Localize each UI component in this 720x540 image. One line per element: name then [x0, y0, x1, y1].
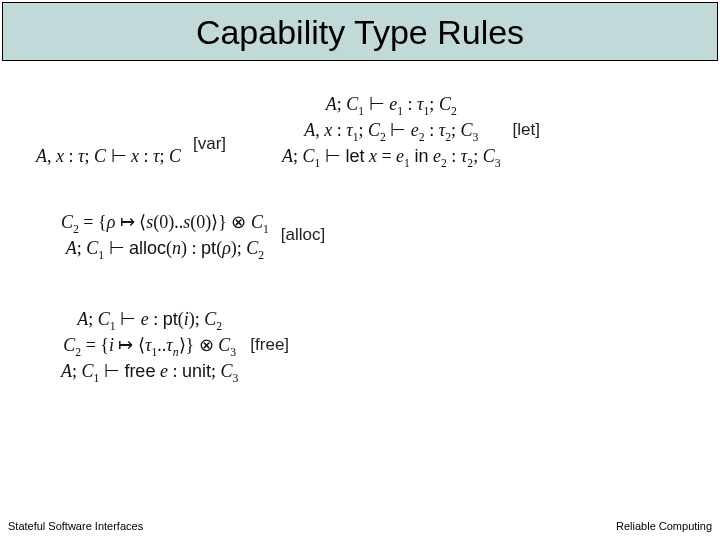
rule-free-label: [free]: [250, 335, 289, 355]
rule-let-conclusion: A; C1 ⊢ let x = e1 in e2 : τ2; C3: [276, 143, 506, 169]
rule-var-label: [var]: [193, 134, 226, 154]
rule-let-label: [let]: [513, 120, 540, 140]
rule-let: A; C1 ⊢ e1 : τ1; C2 A, x : τ1; C2 ⊢ e2 :…: [276, 91, 540, 169]
rule-free-conclusion: A; C1 ⊢ free e : unit; C3: [55, 358, 244, 384]
rule-var-conclusion: A, x : τ; C ⊢ x : τ; C: [30, 143, 187, 169]
rules-row-1: A, x : τ; C ⊢ x : τ; C [var] A; C1 ⊢ e1 …: [30, 91, 690, 169]
rule-let-premise2: A, x : τ1; C2 ⊢ e2 : τ2; C3: [276, 117, 506, 143]
rule-free-premise1: A; C1 ⊢ e : pt(i); C2: [55, 306, 244, 332]
rule-alloc: C2 = {ρ ↦ ⟨s(0)..s(0)⟩} ⊗ C1 A; C1 ⊢ all…: [55, 209, 325, 261]
slide-content: A, x : τ; C ⊢ x : τ; C [var] A; C1 ⊢ e1 …: [0, 61, 720, 384]
page-title: Capability Type Rules: [3, 13, 717, 52]
rule-alloc-conclusion: A; C1 ⊢ alloc(n) : pt(ρ); C2: [55, 235, 275, 261]
rule-var-premise: [30, 118, 187, 143]
footer-left: Stateful Software Interfaces: [8, 520, 143, 532]
rule-free: A; C1 ⊢ e : pt(i); C2 C2 = {i ↦ ⟨τ1..τn⟩…: [55, 306, 289, 384]
footer-right: Reliable Computing: [616, 520, 712, 532]
rule-var: A, x : τ; C ⊢ x : τ; C [var]: [30, 118, 226, 169]
rule-alloc-premise: C2 = {ρ ↦ ⟨s(0)..s(0)⟩} ⊗ C1: [55, 209, 275, 235]
rules-row-3: A; C1 ⊢ e : pt(i); C2 C2 = {i ↦ ⟨τ1..τn⟩…: [30, 306, 690, 384]
rules-row-2: C2 = {ρ ↦ ⟨s(0)..s(0)⟩} ⊗ C1 A; C1 ⊢ all…: [30, 209, 690, 261]
rule-alloc-label: [alloc]: [281, 225, 325, 245]
title-bar: Capability Type Rules: [2, 2, 718, 61]
rule-let-premise1: A; C1 ⊢ e1 : τ1; C2: [276, 91, 506, 117]
rule-free-premise2: C2 = {i ↦ ⟨τ1..τn⟩} ⊗ C3: [55, 332, 244, 358]
